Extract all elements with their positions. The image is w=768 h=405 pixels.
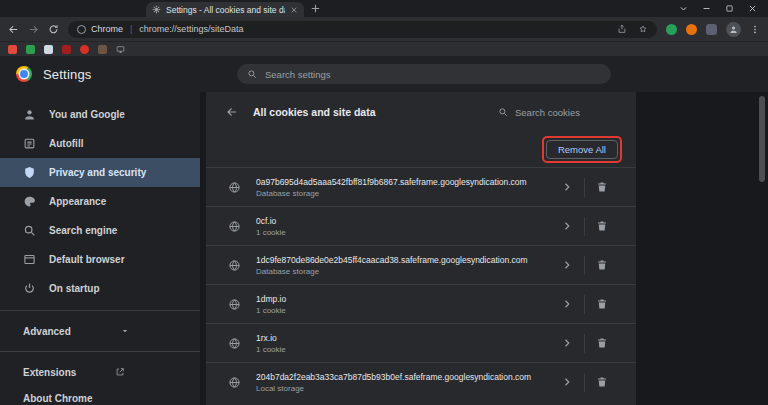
page-title: Settings <box>43 67 92 82</box>
cookie-search-input[interactable]: Search cookies <box>498 107 616 118</box>
url-prefix: Chrome <box>91 24 123 34</box>
site-data-row: 204b7da2f2eab3a33ca7b87d5b93b0ef.safefra… <box>206 362 636 401</box>
autofill-icon <box>23 137 36 150</box>
tab-title: Settings - All cookies and site da <box>166 5 285 15</box>
sidebar-item-extensions[interactable]: Extensions <box>0 359 200 385</box>
expand-site-button[interactable] <box>561 337 573 349</box>
gear-icon <box>152 5 161 14</box>
cookies-card-header: All cookies and site data Search cookies <box>206 92 636 132</box>
sidebar-item-on-startup[interactable]: On startup <box>0 274 200 303</box>
remove-all-button[interactable]: Remove All <box>546 140 618 159</box>
chrome-logo <box>16 66 32 82</box>
bookmark-favicon-7[interactable] <box>116 45 125 54</box>
bookmark-favicon-3[interactable] <box>44 45 53 54</box>
sidebar-item-default-browser[interactable]: Default browser <box>0 245 200 274</box>
chevron-down-icon <box>120 326 130 336</box>
sidebar-item-search-engine[interactable]: Search engine <box>0 216 200 245</box>
profile-avatar[interactable] <box>726 22 741 37</box>
share-icon[interactable] <box>617 24 627 34</box>
expand-site-button[interactable] <box>561 220 573 232</box>
site-data-row: 1rx.io1 cookie <box>206 323 636 362</box>
site-name: 1dmp.io <box>256 294 549 304</box>
row-actions <box>561 295 608 314</box>
sidebar-item-label: Autofill <box>49 138 83 149</box>
sidebar-item-label: Appearance <box>49 196 106 207</box>
expand-site-button[interactable] <box>561 259 573 271</box>
site-detail: 1 cookie <box>256 306 549 315</box>
site-info: 204b7da2f2eab3a33ca7b87d5b93b0ef.safefra… <box>256 372 549 393</box>
annotation-red-box: Remove All <box>542 136 622 163</box>
bookmark-favicon-5[interactable] <box>80 45 89 54</box>
settings-main: All cookies and site data Search cookies… <box>200 92 768 405</box>
bookmark-favicon-2[interactable] <box>26 45 35 54</box>
delete-site-button[interactable] <box>596 376 608 388</box>
sidebar-item-you-and-google[interactable]: You and Google <box>0 100 200 129</box>
expand-site-button[interactable] <box>561 298 573 310</box>
extension-icon-1[interactable] <box>666 24 677 35</box>
address-bar[interactable]: Chrome | chrome://settings/siteData <box>68 21 657 38</box>
sidebar-item-label: Default browser <box>49 254 125 265</box>
site-info-icon[interactable] <box>77 25 86 34</box>
browser-tab[interactable]: Settings - All cookies and site da <box>146 2 304 17</box>
expand-site-button[interactable] <box>561 181 573 193</box>
forward-button[interactable] <box>28 24 39 35</box>
advanced-label: Advanced <box>23 326 71 337</box>
globe-icon <box>228 259 241 272</box>
tab-strip: Settings - All cookies and site da <box>0 0 768 17</box>
site-name: 204b7da2f2eab3a33ca7b87d5b93b0ef.safefra… <box>256 372 549 382</box>
sidebar-item-advanced[interactable]: Advanced <box>0 318 200 344</box>
divider <box>0 310 200 311</box>
divider <box>584 178 585 197</box>
minimize-button[interactable] <box>702 4 711 13</box>
extension-icon-2[interactable] <box>686 24 697 35</box>
tab-search-icon[interactable] <box>679 4 688 13</box>
row-actions <box>561 178 608 197</box>
delete-site-button[interactable] <box>596 181 608 193</box>
bookmarks-bar <box>0 41 768 56</box>
delete-site-button[interactable] <box>596 220 608 232</box>
site-info: 1dc9fe870de86de0e2b45ff4caacad38.safefra… <box>256 255 549 276</box>
extension-icons <box>666 24 717 35</box>
delete-site-button[interactable] <box>596 298 608 310</box>
site-detail: 1 cookie <box>256 228 549 237</box>
site-name: 1dc9fe870de86de0e2b45ff4caacad38.safefra… <box>256 255 549 265</box>
divider <box>584 256 585 275</box>
globe-icon <box>228 337 241 350</box>
back-arrow-button[interactable] <box>226 106 238 118</box>
sidebar-item-label: Search engine <box>49 225 117 236</box>
sidebar-item-appearance[interactable]: Appearance <box>0 187 200 216</box>
delete-site-button[interactable] <box>596 259 608 271</box>
expand-site-button[interactable] <box>561 376 573 388</box>
back-button[interactable] <box>8 24 19 35</box>
settings-search-input[interactable]: Search settings <box>237 64 611 84</box>
scrollbar[interactable] <box>759 96 765 182</box>
site-detail: Database storage <box>256 267 549 276</box>
new-tab-button[interactable] <box>310 3 321 14</box>
site-data-row: 0a97b695d4ad5aaa542fbff81f9b6867.safefra… <box>206 167 636 206</box>
bookmark-favicon-4[interactable] <box>62 45 71 54</box>
settings-sidebar: You and GoogleAutofillPrivacy and securi… <box>0 92 200 405</box>
site-name: 0a97b695d4ad5aaa542fbff81f9b6867.safefra… <box>256 177 549 187</box>
globe-icon <box>228 376 241 389</box>
delete-site-button[interactable] <box>596 337 608 349</box>
sidebar-item-autofill[interactable]: Autofill <box>0 129 200 158</box>
menu-kebab-icon[interactable] <box>750 24 760 35</box>
close-button[interactable] <box>748 4 757 13</box>
maximize-button[interactable] <box>725 4 734 13</box>
bookmark-favicon-1[interactable] <box>8 45 17 54</box>
about-label: About Chrome <box>23 393 92 404</box>
sidebar-item-label: You and Google <box>49 109 125 120</box>
shield-icon <box>23 166 36 179</box>
reload-button[interactable] <box>48 24 59 35</box>
site-info: 0a97b695d4ad5aaa542fbff81f9b6867.safefra… <box>256 177 549 198</box>
divider <box>584 334 585 353</box>
divider <box>0 351 200 352</box>
row-actions <box>561 373 608 392</box>
browser-icon <box>23 253 36 266</box>
bookmark-star-icon[interactable] <box>638 24 648 34</box>
sidebar-item-privacy-and-security[interactable]: Privacy and security <box>0 158 200 187</box>
extension-icon-3[interactable] <box>706 24 717 35</box>
bookmark-favicon-6[interactable] <box>98 45 107 54</box>
tab-close-icon[interactable] <box>290 6 298 14</box>
sidebar-item-about-chrome[interactable]: About Chrome <box>0 385 200 405</box>
